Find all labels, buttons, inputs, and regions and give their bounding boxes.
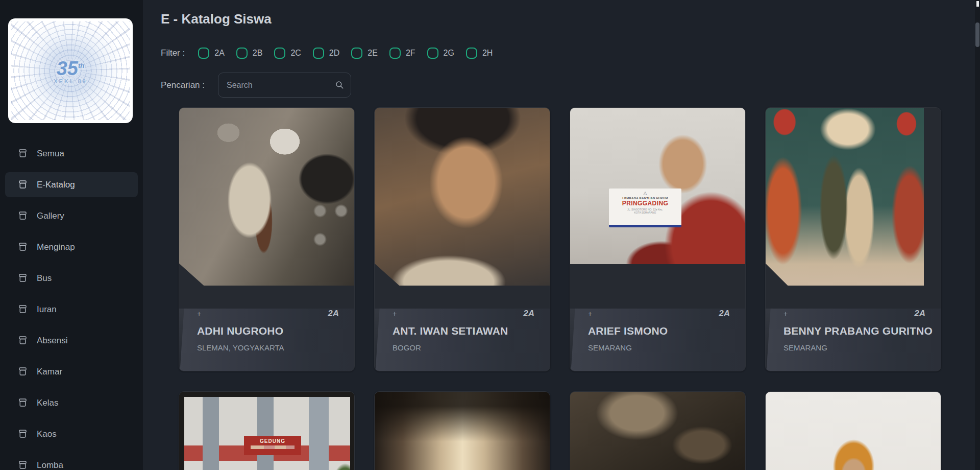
sidebar-item-label: Menginap xyxy=(37,242,75,252)
app-root: 35th XEKL 89 SemuaE-KatalogGalleryMengin… xyxy=(0,0,980,470)
student-card[interactable]: +2AANT. IWAN SETIAWANBOGOR xyxy=(374,107,550,371)
checkbox-2f[interactable] xyxy=(389,48,401,59)
sidebar-item-gallery[interactable]: Gallery xyxy=(5,203,138,228)
sidebar-item-kamar[interactable]: Kamar xyxy=(5,359,138,384)
student-card[interactable]: △LEMBAGA BANTUAN HUKUMPRINGGADINGJL. SIN… xyxy=(570,107,746,371)
filter-option-label: 2F xyxy=(406,49,415,58)
sign-text: GEDUNG xyxy=(244,438,301,444)
banner-text: PRINGGADING xyxy=(611,200,679,207)
search-label: Pencarian : xyxy=(161,80,205,90)
filter-option-label: 2H xyxy=(482,49,493,58)
archive-box-icon xyxy=(17,210,28,221)
student-location: SLEMAN, YOGYAKARTA xyxy=(197,343,339,352)
filter-option-2f[interactable]: 2F xyxy=(389,48,415,59)
sidebar-item-kelas[interactable]: Kelas xyxy=(5,390,138,415)
scrollbar-thumb[interactable] xyxy=(975,22,979,47)
checkbox-2a[interactable] xyxy=(198,48,209,59)
class-badge: 2A xyxy=(328,309,339,319)
sidebar-item-label: Semua xyxy=(37,149,64,159)
sidebar-item-label: Bus xyxy=(37,273,52,284)
filter-option-label: 2E xyxy=(368,49,378,58)
student-card[interactable] xyxy=(374,391,550,470)
archive-box-icon xyxy=(17,304,28,315)
filter-option-2e[interactable]: 2E xyxy=(351,48,378,59)
checkbox-2h[interactable] xyxy=(466,48,477,59)
archive-box-icon xyxy=(17,460,28,470)
class-badge: 2A xyxy=(719,309,730,319)
logo-number: 35th xyxy=(57,57,85,77)
banner-text: KOTA SEMARANG xyxy=(611,211,679,214)
card-meta-row: +2A xyxy=(588,309,730,319)
sidebar-item-lomba[interactable]: Lomba xyxy=(5,453,138,470)
class-badge: 2A xyxy=(914,309,925,319)
search-row: Pencarian : xyxy=(161,73,980,98)
checkbox-2b[interactable] xyxy=(236,48,248,59)
student-location: BOGOR xyxy=(393,343,534,352)
sidebar-item-e-katalog[interactable]: E-Katalog xyxy=(5,172,138,197)
sidebar-item-label: Kaos xyxy=(37,429,57,439)
sidebar-item-label: E-Katalog xyxy=(37,180,75,190)
student-name: ANT. IWAN SETIAWAN xyxy=(393,325,534,337)
student-photo-corridor xyxy=(375,392,550,470)
filter-option-2a[interactable]: 2A xyxy=(198,48,225,59)
search-box xyxy=(218,73,351,98)
filter-label: Filter : xyxy=(161,48,185,58)
sidebar-item-iuran[interactable]: Iuran xyxy=(5,297,138,322)
plus-marker: + xyxy=(783,310,788,318)
sidebar-item-label: Kamar xyxy=(37,367,62,377)
sidebar-item-menginap[interactable]: Menginap xyxy=(5,234,138,260)
student-photo-hijab xyxy=(766,392,941,470)
student-photo-cave xyxy=(570,392,746,470)
card-info: +2AADHI NUGROHOSLEMAN, YOGYAKARTA xyxy=(179,309,354,371)
sidebar-item-kaos[interactable]: Kaos xyxy=(5,421,138,447)
filter-option-2h[interactable]: 2H xyxy=(466,48,493,59)
archive-box-icon xyxy=(17,397,28,408)
class-badge: 2A xyxy=(523,309,534,319)
search-input[interactable] xyxy=(218,73,351,98)
student-name: ARIEF ISMONO xyxy=(588,325,730,337)
filter-option-2c[interactable]: 2C xyxy=(274,48,301,59)
student-card[interactable] xyxy=(570,391,746,470)
student-card[interactable] xyxy=(765,391,941,470)
photo-banner: △LEMBAGA BANTUAN HUKUMPRINGGADINGJL. SIN… xyxy=(609,189,681,227)
sidebar-item-label: Lomba xyxy=(37,460,63,470)
card-meta-row: +2A xyxy=(393,309,534,319)
scrollbar-top-mark xyxy=(976,1,979,7)
filter-option-label: 2C xyxy=(290,49,301,58)
photo-sign: GEDUNG xyxy=(244,436,301,455)
plus-marker: + xyxy=(197,310,201,318)
student-card[interactable]: +2ABENNY PRABANG GURITNOSEMARANG xyxy=(765,107,941,371)
student-card[interactable]: +2AADHI NUGROHOSLEMAN, YOGYAKARTA xyxy=(179,107,355,371)
sidebar-item-semua[interactable]: Semua xyxy=(5,141,138,166)
filter-option-2b[interactable]: 2B xyxy=(236,48,263,59)
checkbox-2e[interactable] xyxy=(351,48,362,59)
student-photo-couple xyxy=(766,108,924,286)
student-photo-face xyxy=(375,108,550,286)
filter-option-label: 2B xyxy=(253,49,263,58)
student-card[interactable]: GEDUNG xyxy=(179,391,355,470)
student-name: BENNY PRABANG GURITNO xyxy=(783,325,925,337)
checkbox-2d[interactable] xyxy=(313,48,324,59)
card-meta-row: +2A xyxy=(197,309,339,319)
sidebar-item-absensi[interactable]: Absensi xyxy=(5,328,138,353)
logo-caption: XEKL 89 xyxy=(54,78,87,84)
sidebar-item-bus[interactable]: Bus xyxy=(5,266,138,291)
search-icon xyxy=(335,80,344,89)
filter-option-label: 2D xyxy=(329,49,339,58)
cards-grid-row2: GEDUNG xyxy=(179,391,980,470)
student-photo-banner: △LEMBAGA BANTUAN HUKUMPRINGGADINGJL. SIN… xyxy=(570,108,746,264)
checkbox-2c[interactable] xyxy=(274,48,285,59)
sign-subline xyxy=(251,445,295,449)
student-photo-bass xyxy=(179,108,355,286)
student-location: SEMARANG xyxy=(588,343,730,352)
archive-box-icon xyxy=(17,179,28,190)
checkbox-2g[interactable] xyxy=(427,48,438,59)
plus-marker: + xyxy=(393,310,397,318)
archive-box-icon xyxy=(17,242,28,252)
main-content: E - Katalog Siswa Filter : 2A2B2C2D2E2F2… xyxy=(143,0,980,470)
filter-option-2g[interactable]: 2G xyxy=(427,48,454,59)
logo-text: 35th XEKL 89 xyxy=(8,18,133,123)
cards-grid-row1: +2AADHI NUGROHOSLEMAN, YOGYAKARTA+2AANT.… xyxy=(179,107,980,371)
filter-option-2d[interactable]: 2D xyxy=(313,48,339,59)
card-meta-row: +2A xyxy=(783,309,925,319)
